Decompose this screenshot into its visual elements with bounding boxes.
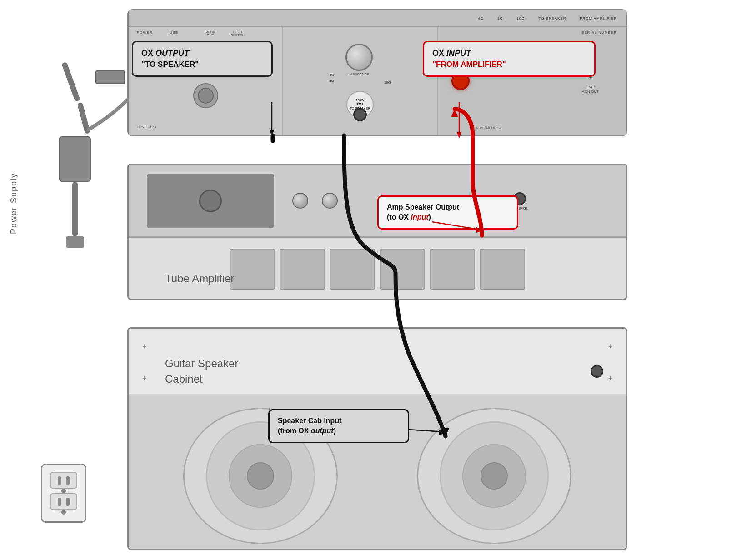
wall-outlet	[41, 464, 86, 523]
ox-impedance-knob: IMPEDANCE	[343, 44, 375, 85]
callout-output-line2: "TO SPEAKER"	[141, 59, 263, 70]
outlet-hole-left2	[58, 498, 61, 506]
outlet-hole-right2	[66, 498, 70, 506]
ox-spdif-label: S/PDIFOUT	[199, 30, 222, 37]
amp-circle	[199, 190, 222, 212]
guitar-cab-label2: Cabinet	[165, 371, 238, 387]
ox-power-label: POWER	[137, 30, 153, 35]
amp-vent-5	[430, 249, 475, 290]
power-adapter	[59, 105, 91, 248]
callout-amp-line2: (to OX input)	[387, 212, 509, 222]
outlet-hole-left	[58, 476, 61, 485]
callout-cab-line1: Speaker Cab Input	[278, 416, 400, 426]
power-supply-label: Power Supply	[9, 173, 19, 234]
ox-from-amp-text: FROM AMPLIFIER	[474, 126, 501, 130]
amp-knob-2	[322, 193, 338, 209]
amp-knobs-row	[292, 193, 338, 209]
guitar-cab-label: Guitar Speaker Cabinet	[165, 356, 238, 386]
power-plug-connector	[66, 236, 84, 248]
cab-corner-tl: +	[142, 342, 146, 350]
tube-amp-label: Tube Amplifier	[165, 272, 235, 285]
callout-input-line1: OX INPUT	[432, 48, 586, 59]
callout-ox-output: OX OUTPUT "TO SPEAKER"	[132, 41, 273, 77]
ox-to-speaker-jack	[353, 108, 367, 121]
output-italic: OUTPUT	[155, 49, 189, 58]
outlet-hole-ground2	[61, 510, 66, 515]
usb-cable	[61, 62, 80, 102]
amp-vent-3	[330, 249, 375, 290]
callout-cab-output-italic: output	[311, 427, 334, 435]
amp-vent-6	[480, 249, 525, 290]
ox-middle-section: 4Ω 8Ω IMPEDANCE 16Ω 150W RMS MAX	[283, 27, 438, 135]
cab-corner-l2: +	[142, 374, 146, 382]
ox-usb-label: USB	[170, 30, 178, 35]
amp-vent-4	[380, 249, 425, 290]
callout-amp-line1: Amp Speaker Output	[387, 202, 509, 212]
ox-serial-label: SERIAL NUMBER	[581, 30, 617, 35]
amp-knob-1	[292, 193, 308, 209]
cab-speaker-input-jack	[591, 365, 603, 378]
amp-dark-panel	[147, 174, 274, 228]
usb-plug	[95, 70, 125, 84]
ox-xlr-connector	[193, 83, 218, 108]
callout-input-line2: "FROM AMPLIFIER"	[432, 59, 586, 70]
callout-cab-input: Speaker Cab Input (from OX output)	[268, 409, 409, 443]
callout-amp-input-italic: input	[411, 213, 428, 221]
ox-impedance-label: IMPEDANCE	[349, 73, 370, 76]
amp-vent-2	[280, 249, 325, 290]
outlet-hole-ground	[61, 489, 66, 493]
ox-top-strip: 4Ω 8Ω 16Ω TO SPEAKER FROM AMPLIFIER	[129, 10, 626, 27]
outlet-hole-right	[66, 476, 70, 485]
guitar-cab-label1: Guitar Speaker	[165, 356, 238, 371]
outlet-socket-top	[50, 472, 77, 489]
callout-ox-input: OX INPUT "FROM AMPLIFIER"	[423, 41, 596, 77]
outlet-socket-bottom	[50, 493, 77, 510]
ox-foot-label: FOOTSWITCH	[226, 30, 249, 37]
callout-amp-speaker: Amp Speaker Output (to OX input)	[377, 195, 518, 230]
tube-amplifier: INT. SPKR. Tube Amplifier	[127, 164, 627, 300]
power-cable-ox	[77, 102, 90, 134]
speaker-cone-right	[417, 408, 571, 544]
power-brick	[59, 136, 91, 182]
amp-vents	[151, 240, 603, 299]
cab-corner-tr: +	[608, 342, 612, 350]
callout-cab-line2: (from OX output)	[278, 426, 400, 436]
cab-corner-r2: +	[608, 374, 612, 382]
ox-impedance-labels: 4Ω 8Ω 16Ω TO SPEAKER FROM AMPLIFIER	[478, 16, 617, 20]
amp-vent-1	[230, 249, 275, 290]
callout-output-line1: OX OUTPUT	[141, 48, 263, 59]
power-cable-bottom	[72, 182, 78, 236]
input-italic: INPUT	[446, 49, 471, 58]
ox-voltage-label: +12VDC 1.5A	[137, 125, 156, 129]
